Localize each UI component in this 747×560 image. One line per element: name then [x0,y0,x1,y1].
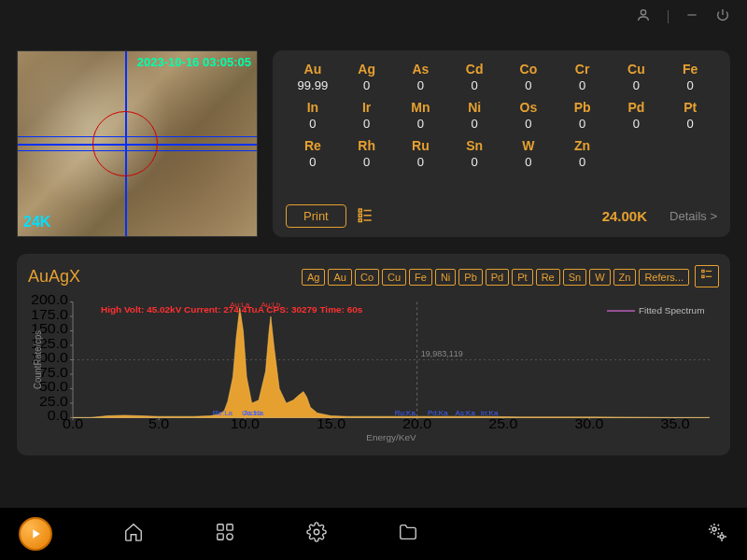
spectrum-plot[interactable]: 0.025.050.075.0100.0125.0150.0175.0200.0… [28,293,719,444]
element-value: 0 [447,78,501,96]
svg-point-0 [641,10,645,15]
element-value: 0 [340,155,394,173]
svg-text:175.0: 175.0 [31,306,68,322]
element-symbol: Rh [340,136,394,153]
camera-karat-label: 24K [23,214,50,231]
svg-rect-66 [227,525,233,530]
element-symbol: Ni [447,98,501,115]
play-button[interactable] [19,517,52,551]
karat-readout: 24.00K [602,208,647,224]
element-symbol: Re [286,136,340,153]
svg-text:25.0: 25.0 [39,393,68,409]
apps-icon[interactable] [215,522,235,546]
svg-text:Ru:Ka: Ru:Ka [395,409,416,417]
home-icon[interactable] [123,522,144,546]
element-symbol: Mn [394,98,448,115]
element-symbol: As [394,60,448,77]
separator [668,10,669,23]
svg-text:As:Ka: As:Ka [244,409,264,417]
element-value: 0 [501,155,556,173]
element-chip[interactable]: Pb [458,269,482,286]
svg-text:Fitted Spectrum: Fitted Spectrum [639,305,704,315]
element-symbol: Fe [663,60,717,77]
element-chip[interactable]: Pd [486,269,509,286]
spectrum-list-icon[interactable] [695,265,719,287]
element-value: 0 [286,117,340,134]
svg-text:CountRate/cps: CountRate/cps [33,330,43,389]
element-value: 0 [447,155,501,173]
svg-text:15.0: 15.0 [317,415,345,431]
svg-text:As:Ka: As:Ka [456,409,476,417]
element-value: 0 [556,78,610,96]
svg-point-69 [314,529,319,535]
svg-rect-67 [218,534,223,539]
element-value: 0 [663,117,717,134]
power-icon[interactable] [715,7,730,26]
svg-rect-2 [359,209,361,212]
element-symbol: Os [501,98,556,115]
sample-camera-view: 2023-10-16 03:05:05 24K [17,50,258,237]
svg-text:5.0: 5.0 [148,415,170,431]
element-symbol: Ru [394,136,448,153]
element-value: 0 [394,155,448,173]
element-symbol: W [501,136,556,153]
element-symbol: Au [286,60,340,77]
element-value: 0 [501,117,556,134]
list-view-icon[interactable] [356,206,374,227]
element-chip[interactable]: Co [355,269,379,286]
element-chip[interactable]: Pt [512,269,532,286]
element-symbol: Pd [610,98,664,115]
element-chip[interactable]: Ag [302,269,325,286]
element-symbol: Zn [556,136,610,153]
element-value: 0 [340,117,394,134]
element-chip[interactable]: Sn [563,269,586,286]
element-symbol: Cr [556,60,610,77]
details-link[interactable]: Details > [669,209,717,223]
element-value: 0 [663,78,717,96]
svg-rect-10 [702,275,704,277]
element-symbol: Sn [447,136,501,153]
element-symbol: Pb [556,98,610,115]
svg-text:35.0: 35.0 [661,415,690,431]
svg-text:50.0: 50.0 [39,379,68,395]
svg-text:0.0: 0.0 [63,415,84,431]
print-button[interactable]: Print [286,204,346,228]
element-value: 0 [447,117,501,134]
element-chip[interactable]: Ni [435,269,456,286]
svg-text:Energy/KeV: Energy/KeV [366,432,416,442]
advanced-settings-icon[interactable] [706,521,728,547]
bottom-navbar [0,508,747,560]
svg-text:In:Ka: In:Ka [481,409,499,417]
element-value: 0 [501,78,556,96]
element-value: 0 [286,155,340,173]
timestamp: 2023-10-16 03:05:05 [137,55,251,69]
svg-text:Re:La: Re:La [213,409,233,417]
element-value: 0 [394,117,448,134]
svg-text:Pd:Ka: Pd:Ka [428,409,448,417]
folder-icon[interactable] [398,522,418,546]
element-chip[interactable]: Zn [613,269,637,286]
element-chip[interactable]: Au [328,269,351,286]
element-symbol: Ag [340,60,394,77]
element-chip[interactable]: Refers... [639,269,689,286]
element-value: 0 [610,117,664,134]
svg-text:25.0: 25.0 [488,415,517,431]
svg-rect-8 [702,270,704,272]
svg-point-68 [227,534,233,539]
element-value: 0 [394,78,448,96]
svg-text:20.0: 20.0 [402,415,431,431]
element-chip[interactable]: Re [536,269,560,286]
element-symbol: Co [501,60,556,77]
user-icon[interactable] [636,7,651,26]
minimize-icon[interactable] [685,8,698,25]
svg-text:75.0: 75.0 [39,364,68,380]
element-chip[interactable]: W [589,269,610,286]
svg-rect-65 [218,525,223,530]
element-chip[interactable]: Fe [409,269,432,286]
settings-icon[interactable] [306,522,327,546]
element-symbol: In [286,98,340,115]
svg-point-71 [720,535,724,539]
element-chip[interactable]: Cu [382,269,406,286]
spectrum-title: AuAgX [28,267,80,287]
svg-text:Au:La: Au:La [230,301,250,309]
